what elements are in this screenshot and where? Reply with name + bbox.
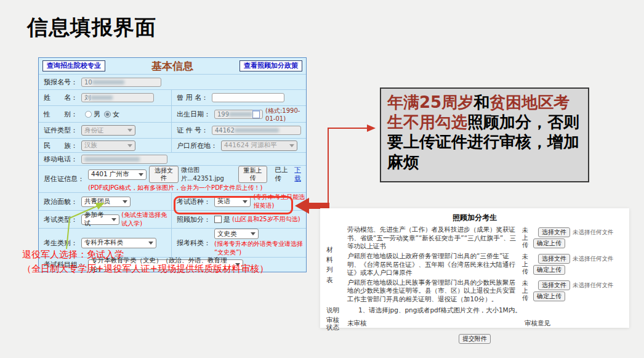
redacted-value bbox=[235, 128, 279, 132]
birth-label: 出生日期： bbox=[177, 110, 211, 119]
confirm-upload-button[interactable]: 确定上传 bbox=[533, 238, 565, 248]
submit-attachments-button[interactable]: 提交附件 bbox=[459, 334, 491, 344]
upload-group: 选择文件 未选择任何文件 确定上传 bbox=[533, 254, 623, 275]
exam-lang-value: 英语 bbox=[217, 197, 230, 206]
bonus-materials-panel: 照顾加分考生 材料列表 劳动模范、先进生产（工作）者及科技进步（成果）奖获证书、… bbox=[320, 208, 629, 328]
no-file-text: 未选择任何文件 bbox=[573, 229, 614, 237]
birth-value: 199 bbox=[217, 111, 229, 118]
confirm-upload-button[interactable]: 确定上传 bbox=[533, 265, 565, 275]
exam-type-value: 参加考试 bbox=[84, 211, 108, 228]
materials-title: 照顾加分考生 bbox=[326, 213, 623, 223]
ethnic-value: 汉族 bbox=[84, 141, 97, 150]
political-select[interactable]: 共青团员 bbox=[81, 197, 131, 207]
bonus-note: (山区县和25岁不用勾选) bbox=[232, 215, 300, 224]
exam-lang-select[interactable]: 英语 bbox=[214, 197, 251, 207]
residence-select[interactable]: 441624 河源和平 bbox=[221, 140, 297, 151]
permit-choose-file-button[interactable]: 选择文件 bbox=[149, 166, 179, 183]
reg-no-input[interactable]: 10 bbox=[81, 78, 161, 87]
redacted-value bbox=[91, 96, 113, 100]
reg-no-label: 预报名号： bbox=[44, 78, 78, 87]
permit-city-select[interactable]: 4401 广州市 bbox=[88, 169, 147, 180]
materials-side-label: 材料列表 bbox=[326, 245, 334, 285]
callout-text: 和 bbox=[473, 93, 489, 112]
apply-cat-select[interactable]: 文史类 bbox=[214, 229, 259, 239]
id-no-input[interactable]: 44162 bbox=[212, 126, 301, 135]
calendar-icon[interactable] bbox=[252, 110, 260, 118]
upload-status: 未上传 bbox=[522, 227, 529, 249]
upload-group: 选择文件 未选择任何文件 确定上传 bbox=[533, 280, 623, 301]
id-no-value: 44162 bbox=[215, 127, 235, 134]
permit-uploaded-status: 已上传 bbox=[275, 166, 292, 183]
choose-file-button[interactable]: 选择文件 bbox=[538, 227, 570, 237]
chevron-down-icon bbox=[127, 129, 132, 132]
choose-file-button[interactable]: 选择文件 bbox=[538, 254, 570, 264]
choose-file-button[interactable]: 选择文件 bbox=[538, 280, 570, 290]
gender-label: 性 别： bbox=[44, 110, 78, 119]
note-label: 说明 bbox=[326, 306, 345, 315]
ethnic-label: 民 族： bbox=[44, 141, 78, 150]
form-title: 基本信息 bbox=[151, 59, 193, 73]
page-title: 信息填报界面 bbox=[27, 14, 156, 42]
birth-format-note: (格式:1990-01-01) bbox=[265, 107, 306, 122]
name-value: 刘 bbox=[84, 94, 91, 102]
radio-male-label: 男 bbox=[94, 110, 100, 119]
ethnic-select[interactable]: 汉族 bbox=[81, 140, 135, 151]
note-text: 1、请选择jpg、png或者pdf格式图片文件，大小1M内。 bbox=[347, 306, 623, 315]
residence-label: 户口所在地： bbox=[177, 141, 217, 150]
material-item: 户籍所在地地级以上民族事务管理部门出具的少数民族聚居地的少数民族考生证明等。县（… bbox=[347, 278, 520, 304]
view-policy-button[interactable]: 查看照顾加分政策 bbox=[239, 60, 302, 71]
exam-lang-label: 考试语种： bbox=[177, 197, 211, 206]
chevron-down-icon bbox=[251, 232, 256, 235]
candidate-cat-select[interactable]: 专科升本科类 bbox=[81, 238, 156, 248]
apply-cat-value: 文史类 bbox=[217, 230, 237, 238]
id-type-value: 身份证 bbox=[84, 126, 104, 135]
no-file-text: 未选择任何文件 bbox=[573, 282, 614, 290]
redacted-value bbox=[229, 112, 252, 116]
former-name-input[interactable] bbox=[212, 93, 284, 102]
candidate-cat-value: 专科升本科类 bbox=[84, 238, 123, 247]
upload-status: 未上传 bbox=[522, 253, 529, 275]
review-opinion-label: 审核意见 bbox=[525, 319, 623, 328]
birth-date-input[interactable]: 199 bbox=[214, 110, 263, 119]
chevron-down-icon bbox=[111, 218, 116, 221]
bonus-label: 照顾加分： bbox=[177, 215, 211, 224]
apply-cat-label: 报考科类： bbox=[177, 238, 211, 248]
no-file-text: 未选择任何文件 bbox=[573, 255, 614, 263]
exam-type-select[interactable]: 参加考试 bbox=[81, 214, 119, 225]
chevron-down-icon bbox=[243, 200, 248, 203]
veteran-note: 退役军人选择：免试入学 （全日制大专学历+退役军人证+现场提供纸质版材料审核） bbox=[22, 248, 268, 275]
permit-label: 居住证信息： bbox=[44, 174, 84, 184]
name-label: 姓 名： bbox=[44, 93, 78, 102]
veteran-note-line2: （全日制大专学历+退役军人证+现场提供纸质版材料审核） bbox=[22, 262, 268, 276]
residence-value: 441624 河源和平 bbox=[224, 141, 276, 150]
callout-box: 年满25周岁和贫困地区考生不用勾选照顾加分，否则要上传证件进行审核，增加麻烦 bbox=[380, 87, 589, 182]
radio-female-label: 女 bbox=[113, 110, 119, 119]
material-item: 劳动模范、先进生产（工作）者及科技进步（成果）奖获证书、省级“五一劳动奖章”“新… bbox=[347, 225, 520, 251]
mobile-input[interactable] bbox=[81, 155, 167, 164]
radio-female[interactable] bbox=[104, 111, 111, 118]
callout-text: 年满25周岁 bbox=[387, 93, 473, 112]
name-input[interactable]: 刘 bbox=[81, 93, 154, 102]
political-label: 政治面貌： bbox=[44, 197, 78, 206]
chevron-down-icon bbox=[127, 144, 132, 147]
redacted-value bbox=[92, 80, 124, 84]
upload-status: 未上传 bbox=[522, 280, 529, 302]
redacted-value bbox=[84, 157, 140, 161]
review-status-label: 审核状态 bbox=[326, 316, 342, 332]
exam-type-label: 考试类型： bbox=[44, 215, 78, 224]
radio-male[interactable] bbox=[85, 111, 92, 118]
id-type-select[interactable]: 身份证 bbox=[81, 125, 135, 136]
query-schools-button[interactable]: 查询招生院校专业 bbox=[42, 60, 105, 71]
permit-download-link[interactable]: 下载 bbox=[294, 166, 306, 183]
basic-info-form: 查询招生院校专业 基本信息 查看照顾加分政策 预报名号： 10 姓 名： 刘 曾… bbox=[38, 57, 307, 272]
bonus-checkbox-label: 是 bbox=[223, 215, 230, 224]
bonus-checkbox[interactable] bbox=[214, 216, 222, 223]
chevron-down-icon bbox=[289, 144, 294, 147]
exam-lang-note: (专升本考生只能选报英语) bbox=[253, 193, 306, 210]
candidate-cat-label: 考生类别： bbox=[44, 238, 78, 248]
material-item: 户籍所在地地级以上政府侨务管理部门出具的“三侨生”证明、《台湾居民居住证》、五年… bbox=[347, 251, 520, 278]
id-no-label: 证 件 号： bbox=[177, 126, 208, 135]
permit-reupload-button[interactable]: 重新上传 bbox=[238, 166, 268, 183]
confirm-upload-button[interactable]: 确定上传 bbox=[533, 291, 565, 301]
exam-type-note: (免试生请选择免试入学) bbox=[121, 211, 171, 228]
